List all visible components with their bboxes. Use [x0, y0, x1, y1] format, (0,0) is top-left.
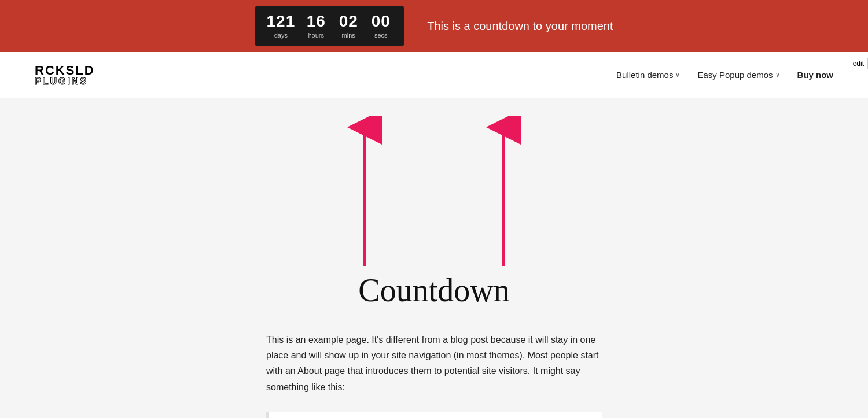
top-banner: 121 days 16 hours 02 mins 00 secs This i… [0, 0, 868, 52]
hours-label: hours [308, 32, 324, 39]
quote-block: Hi there! I'm a bike messenger by day, a… [266, 412, 602, 418]
logo-bottom: PLUGINS [35, 77, 95, 86]
mins-label: mins [342, 32, 355, 39]
page-title: Countdown [358, 272, 509, 309]
days-label: days [274, 32, 288, 39]
arrow-left [347, 116, 382, 266]
logo[interactable]: RCKSLD PLUGINS [35, 64, 95, 86]
countdown-mins: 02 mins [337, 13, 360, 39]
logo-top: RCKSLD [35, 64, 95, 77]
nav-buy-label: Buy now [797, 70, 834, 80]
mins-value: 02 [339, 13, 358, 29]
nav-bulletin-label: Bulletin demos [616, 70, 673, 80]
nav-item-popup[interactable]: Easy Popup demos ∨ [697, 70, 779, 80]
nav-bar: RCKSLD PLUGINS Bulletin demos ∨ Easy Pop… [0, 52, 868, 98]
days-value: 121 [267, 13, 296, 29]
content-intro: This is an example page. It's different … [266, 332, 602, 395]
main-content: Countdown This is an example page. It's … [0, 98, 868, 418]
secs-label: secs [374, 32, 388, 39]
arrow-up-right-icon [486, 116, 521, 266]
nav-popup-label: Easy Popup demos [697, 70, 773, 80]
banner-tagline: This is a countdown to your moment [427, 20, 613, 33]
nav-item-buy[interactable]: Buy now [797, 70, 834, 80]
chevron-down-icon: ∨ [675, 71, 680, 79]
countdown-days: 121 days [267, 13, 296, 39]
countdown-hours: 16 hours [304, 13, 328, 39]
nav-links: Bulletin demos ∨ Easy Popup demos ∨ Buy … [616, 70, 833, 80]
secs-value: 00 [372, 13, 391, 29]
hours-value: 16 [307, 13, 326, 29]
chevron-down-icon: ∨ [775, 71, 780, 79]
arrow-right [486, 116, 521, 266]
nav-item-bulletin[interactable]: Bulletin demos ∨ [616, 70, 680, 80]
arrows-area [347, 98, 521, 266]
arrow-up-left-icon [347, 116, 382, 266]
edit-button[interactable]: edit [849, 58, 868, 69]
countdown-widget: 121 days 16 hours 02 mins 00 secs [255, 6, 404, 46]
countdown-secs: 00 secs [369, 13, 392, 39]
content-block: This is an example page. It's different … [255, 332, 613, 418]
